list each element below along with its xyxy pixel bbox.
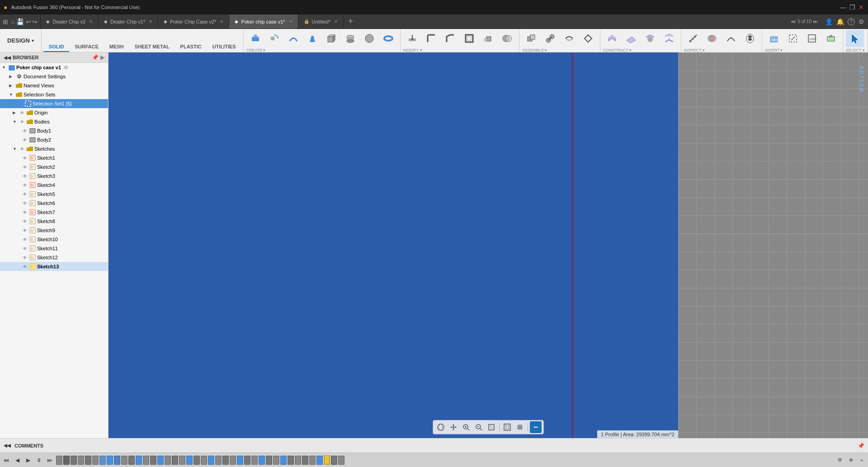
body2-eye[interactable]: 👁	[22, 137, 28, 143]
bodies-eye[interactable]: 👁	[19, 119, 25, 125]
timeline-first-button[interactable]: ⏮	[2, 456, 11, 465]
active-sketch-button[interactable]	[530, 421, 542, 433]
timeline-chip-21[interactable]	[201, 456, 207, 465]
sketch8-eye[interactable]: 👁	[22, 218, 28, 224]
measure-button[interactable]	[684, 30, 702, 47]
timeline-chip-27[interactable]	[244, 456, 250, 465]
offset-plane-button[interactable]	[603, 30, 621, 47]
timeline-plus-icon[interactable]: +	[857, 456, 866, 465]
revolve-button[interactable]	[265, 30, 283, 47]
tree-named-views[interactable]: ▶ Named Views	[0, 81, 108, 90]
zoom-window-button[interactable]	[473, 421, 485, 433]
sketch4-eye[interactable]: 👁	[22, 182, 28, 188]
sketches-eye[interactable]: 👁	[19, 146, 25, 152]
box-button[interactable]	[322, 30, 340, 47]
timeline-chip-32[interactable]	[280, 456, 287, 465]
chamfer-button[interactable]	[441, 30, 459, 47]
tab-poker-chip-case-v2[interactable]: ◆ Poker Chip Case v2* ✕	[158, 14, 229, 29]
timeline-chip-40[interactable]	[338, 456, 344, 465]
interference-button[interactable]	[703, 30, 721, 47]
tree-doc-settings[interactable]: ▶ ⚙ Document Settings	[0, 72, 108, 81]
tab-poker-chip-case-v1[interactable]: ◆ Poker chip case v1* ✕	[229, 14, 298, 29]
undo-icon[interactable]: ↩	[26, 18, 31, 25]
sketch13-eye[interactable]: 👁	[22, 263, 28, 270]
design-dropdown[interactable]: DESIGN ▾	[4, 35, 38, 46]
inspect-chevron[interactable]: ▾	[703, 48, 705, 52]
timeline-prev-button[interactable]: ◀	[13, 456, 22, 465]
sketch6-eye[interactable]: 👁	[22, 200, 28, 206]
midplane-button[interactable]	[660, 30, 678, 47]
timeline-chip-15[interactable]	[157, 456, 164, 465]
timeline-chip-14[interactable]	[150, 456, 156, 465]
press-pull-button[interactable]	[403, 30, 421, 47]
timeline-chip-34[interactable]	[295, 456, 301, 465]
browser-collapse-icon[interactable]: ◀◀	[4, 55, 11, 60]
select-button[interactable]	[846, 30, 864, 47]
curvature-comb-button[interactable]	[722, 30, 740, 47]
tab-sheet-metal[interactable]: SHEET METAL	[129, 42, 175, 52]
timeline-move-icon[interactable]: ⊕	[846, 456, 855, 465]
new-component-button[interactable]	[522, 30, 540, 47]
sketch3-eye[interactable]: 👁	[22, 173, 28, 179]
timeline-chip-39[interactable]	[331, 456, 337, 465]
origin-eye[interactable]: 👁	[19, 110, 25, 116]
insert-svg-button[interactable]	[784, 30, 802, 47]
add-tab-button[interactable]: +	[344, 14, 358, 29]
sketch11-eye[interactable]: 👁	[22, 245, 28, 252]
grid-icon[interactable]: ⊞	[3, 18, 8, 25]
tree-body1[interactable]: 👁 Body1	[0, 126, 108, 135]
viewport[interactable]: BOTTOM	[108, 52, 868, 438]
tree-sketch13[interactable]: 👁 S Sketch13	[0, 262, 108, 271]
tree-sketch3[interactable]: 👁 S Sketch3	[0, 172, 108, 181]
help-icon[interactable]: ?	[848, 18, 855, 25]
tab-surface[interactable]: SURFACE	[69, 42, 104, 52]
timeline-chip-29[interactable]	[259, 456, 265, 465]
shell-button[interactable]	[460, 30, 478, 47]
tab-close-icon[interactable]: ✕	[89, 19, 93, 24]
body1-eye[interactable]: 👁	[22, 128, 28, 134]
timeline-chip-1[interactable]	[56, 456, 62, 465]
zebra-button[interactable]	[741, 30, 759, 47]
orbit-button[interactable]	[435, 421, 447, 433]
grid-settings-button[interactable]	[514, 421, 526, 433]
combine-button[interactable]	[498, 30, 516, 47]
pan-button[interactable]	[448, 421, 459, 433]
timeline-chip-2[interactable]	[63, 456, 70, 465]
tree-sketch8[interactable]: 👁 S Sketch8	[0, 217, 108, 226]
display-settings-button[interactable]	[501, 421, 513, 433]
tree-sketch7[interactable]: 👁 S Sketch7	[0, 208, 108, 217]
sphere-button[interactable]	[360, 30, 378, 47]
tree-bodies[interactable]: ▼ 👁 Bodies	[0, 117, 108, 126]
timeline-chip-31[interactable]	[273, 456, 279, 465]
timeline-settings-icon[interactable]: ⚙	[835, 456, 844, 465]
comments-collapse-icon[interactable]: ◀◀	[4, 443, 11, 448]
sketch1-eye[interactable]: 👁	[22, 155, 28, 161]
timeline-chip-19[interactable]	[186, 456, 193, 465]
timeline-chip-20[interactable]	[193, 456, 200, 465]
assemble-chevron[interactable]: ▾	[545, 48, 547, 52]
timeline-play-button[interactable]: ▶	[24, 456, 33, 465]
save-icon[interactable]: 💾	[16, 18, 24, 25]
tree-sketch11[interactable]: 👁 S Sketch11	[0, 244, 108, 253]
create-chevron[interactable]: ▾	[263, 48, 265, 52]
tree-sketches[interactable]: ▼ 👁 Sketches	[0, 144, 108, 153]
tangent-plane-button[interactable]	[641, 30, 659, 47]
tab-close-icon[interactable]: ✕	[334, 19, 338, 24]
loft-button[interactable]	[303, 30, 321, 47]
timeline-chip-17[interactable]	[172, 456, 178, 465]
timeline-chip-7[interactable]	[99, 456, 106, 465]
tree-body2[interactable]: 👁 Body2	[0, 135, 108, 144]
timeline-pause-button[interactable]: ⏸	[34, 456, 43, 465]
timeline-chip-6[interactable]	[92, 456, 99, 465]
sketch2-eye[interactable]: 👁	[22, 164, 28, 170]
restore-button[interactable]: ❐	[849, 4, 855, 10]
timeline-chip-26[interactable]	[237, 456, 243, 465]
tab-mesh[interactable]: MESH	[104, 42, 129, 52]
timeline-chip-4[interactable]	[78, 456, 84, 465]
insert-mcad-button[interactable]: MFG	[765, 30, 783, 47]
timeline-chip-3[interactable]	[71, 456, 77, 465]
tab-close-icon[interactable]: ✕	[149, 19, 152, 24]
timeline-chip-25[interactable]	[230, 456, 236, 465]
tab-close-icon[interactable]: ✕	[289, 19, 292, 24]
timeline-chip-28[interactable]	[251, 456, 258, 465]
